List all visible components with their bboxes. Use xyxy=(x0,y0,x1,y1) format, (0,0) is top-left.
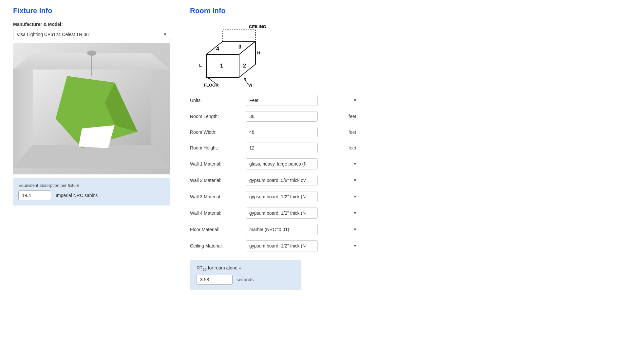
floor-select-arrow-icon: ▼ xyxy=(353,227,357,232)
manufacturer-select[interactable]: Visa Lighting CP6124 Celest TR 36" xyxy=(13,29,170,40)
svg-text:2: 2 xyxy=(243,63,246,69)
ceiling-label: Ceiling Material: xyxy=(190,243,242,248)
room-diagram-svg: 1 4 3 2 CEILING L H FLOOR xyxy=(190,22,275,87)
floor-label: Floor Material: xyxy=(190,227,242,232)
room-width-input[interactable] xyxy=(246,127,318,137)
svg-text:1: 1 xyxy=(220,63,223,69)
room-info-title: Room Info xyxy=(190,7,360,15)
absorption-unit: Imperial NRC sabins xyxy=(56,193,98,198)
room-height-unit: feet xyxy=(349,145,360,150)
room-height-input-wrapper[interactable] xyxy=(246,143,345,153)
room-height-label: Room Height: xyxy=(190,145,242,150)
room-width-unit: feet xyxy=(349,129,360,135)
svg-marker-27 xyxy=(244,77,246,80)
rt60-label: RT60 for room alone = xyxy=(197,265,295,271)
wall1-select[interactable]: glass, heavy, large panes (NRC=0.0 gypsu… xyxy=(246,158,318,169)
room-length-unit: feet xyxy=(349,114,360,119)
room-info-panel: Room Info 1 4 3 2 xyxy=(190,7,360,290)
floor-input-wrapper[interactable]: marble (NRC=0.01) glass, heavy, large pa… xyxy=(246,224,360,235)
room-width-label: Room Width: xyxy=(190,129,242,135)
floor-select[interactable]: marble (NRC=0.01) glass, heavy, large pa… xyxy=(246,224,318,235)
wall3-label: Wall 3 Material: xyxy=(190,194,242,199)
wall1-row: Wall 1 Material: glass, heavy, large pan… xyxy=(190,158,360,169)
wall3-select-wrapper[interactable]: gypsum board, 1/2" thick (NRC=0.0 glass,… xyxy=(246,191,360,202)
svg-text:CEILING: CEILING xyxy=(249,24,266,29)
fixture-svg xyxy=(13,43,170,174)
wall4-select-arrow-icon: ▼ xyxy=(353,211,357,215)
svg-text:L: L xyxy=(199,63,202,68)
wall2-label: Wall 2 Material: xyxy=(190,178,242,183)
fixture-image xyxy=(13,43,170,174)
wall2-row: Wall 2 Material: gypsum board, 5/8" thic… xyxy=(190,175,360,186)
wall1-input-wrapper[interactable]: glass, heavy, large panes (NRC=0.0 gypsu… xyxy=(246,158,360,169)
wall3-input-wrapper[interactable]: gypsum board, 1/2" thick (NRC=0.0 glass,… xyxy=(246,191,360,202)
units-row: Units: Feet Meters ▼ xyxy=(190,95,360,106)
wall2-select[interactable]: gypsum board, 5/8" thick over insul. gla… xyxy=(246,175,318,186)
rt60-value: 3.58 xyxy=(197,275,233,285)
svg-line-26 xyxy=(244,78,248,85)
room-height-input[interactable] xyxy=(246,143,318,153)
manufacturer-select-wrapper[interactable]: Visa Lighting CP6124 Celest TR 36" ▼ xyxy=(13,29,170,40)
floor-select-wrapper[interactable]: marble (NRC=0.01) glass, heavy, large pa… xyxy=(246,224,360,235)
ceiling-select[interactable]: gypsum board, 1/2" thick (NRC=0.0 glass,… xyxy=(246,240,318,251)
units-select[interactable]: Feet Meters xyxy=(246,95,318,106)
rt60-suffix: for room alone = xyxy=(207,265,241,270)
wall4-input-wrapper[interactable]: gypsum board, 1/2" thick (NRC=0.0 glass,… xyxy=(246,208,360,219)
units-select-wrapper[interactable]: Feet Meters ▼ xyxy=(246,95,360,106)
wall3-select-arrow-icon: ▼ xyxy=(353,194,357,199)
wall2-select-wrapper[interactable]: gypsum board, 5/8" thick over insul. gla… xyxy=(246,175,360,186)
floor-row: Floor Material: marble (NRC=0.01) glass,… xyxy=(190,224,360,235)
rt60-subscript: 60 xyxy=(202,267,206,271)
ceiling-input-wrapper[interactable]: gypsum board, 1/2" thick (NRC=0.0 glass,… xyxy=(246,240,360,251)
wall4-row: Wall 4 Material: gypsum board, 1/2" thic… xyxy=(190,208,360,219)
wall3-row: Wall 3 Material: gypsum board, 1/2" thic… xyxy=(190,191,360,202)
svg-text:W: W xyxy=(248,83,253,87)
room-length-label: Room Length: xyxy=(190,114,242,119)
fixture-info-panel: Fixture Info Manufacturer & Model: Visa … xyxy=(13,7,170,290)
absorption-row: 19.4 Imperial NRC sabins xyxy=(18,190,165,200)
wall1-select-wrapper[interactable]: glass, heavy, large panes (NRC=0.0 gypsu… xyxy=(246,158,360,169)
room-length-input-wrapper[interactable] xyxy=(246,111,345,122)
room-width-input-wrapper[interactable] xyxy=(246,127,345,137)
units-label: Units: xyxy=(190,98,242,103)
wall1-label: Wall 1 Material: xyxy=(190,161,242,167)
svg-text:H: H xyxy=(257,50,260,55)
svg-text:3: 3 xyxy=(238,44,241,49)
units-input-wrapper[interactable]: Feet Meters ▼ xyxy=(246,95,360,106)
room-diagram: 1 4 3 2 CEILING L H FLOOR xyxy=(190,22,360,88)
rt60-unit: seconds xyxy=(237,277,254,282)
wall4-select-wrapper[interactable]: gypsum board, 1/2" thick (NRC=0.0 glass,… xyxy=(246,208,360,219)
svg-text:FLOOR: FLOOR xyxy=(204,83,219,87)
wall3-select[interactable]: gypsum board, 1/2" thick (NRC=0.0 glass,… xyxy=(246,191,318,202)
absorption-label: Equivalent absorption per fixture xyxy=(18,183,165,188)
manufacturer-label: Manufacturer & Model: xyxy=(13,22,170,27)
fixture-info-title: Fixture Info xyxy=(13,7,170,15)
svg-point-5 xyxy=(87,50,96,56)
rt60-row: 3.58 seconds xyxy=(197,275,295,285)
wall1-select-arrow-icon: ▼ xyxy=(353,162,357,166)
ceiling-row: Ceiling Material: gypsum board, 1/2" thi… xyxy=(190,240,360,251)
units-select-arrow-icon: ▼ xyxy=(353,98,357,103)
ceiling-select-arrow-icon: ▼ xyxy=(353,244,357,248)
absorption-value: 19.4 xyxy=(18,190,51,200)
room-length-input[interactable] xyxy=(246,111,318,122)
svg-marker-2 xyxy=(13,145,170,168)
wall4-label: Wall 4 Material: xyxy=(190,210,242,216)
svg-text:4: 4 xyxy=(216,46,219,51)
room-width-row: Room Width: feet xyxy=(190,127,360,137)
absorption-panel: Equivalent absorption per fixture 19.4 I… xyxy=(13,178,170,206)
ceiling-select-wrapper[interactable]: gypsum board, 1/2" thick (NRC=0.0 glass,… xyxy=(246,240,360,251)
rt60-panel: RT60 for room alone = 3.58 seconds xyxy=(190,260,301,290)
wall2-select-arrow-icon: ▼ xyxy=(353,178,357,183)
room-length-row: Room Length: feet xyxy=(190,111,360,122)
wall4-select[interactable]: gypsum board, 1/2" thick (NRC=0.0 glass,… xyxy=(246,208,318,219)
room-height-row: Room Height: feet xyxy=(190,143,360,153)
wall2-input-wrapper[interactable]: gypsum board, 5/8" thick over insul. gla… xyxy=(246,175,360,186)
